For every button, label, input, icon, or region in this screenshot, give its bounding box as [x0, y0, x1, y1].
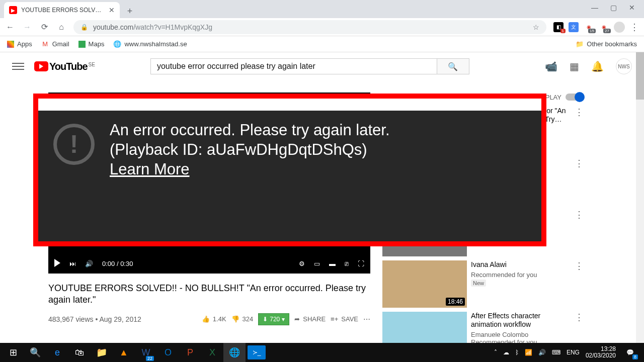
- create-video-icon[interactable]: 📹: [545, 60, 557, 72]
- more-actions-icon[interactable]: ⋯: [363, 315, 370, 323]
- learn-more-link[interactable]: Learn More: [110, 160, 190, 178]
- bookmarks-bar: Apps MGmail Maps 🌐www.nwshalmstad.se 📁Ot…: [0, 36, 644, 52]
- scrollbar[interactable]: [636, 52, 644, 343]
- volume-tray-icon[interactable]: 🔊: [538, 349, 546, 356]
- url-text: youtube.com/watch?v=H1MvpKqgXJg: [93, 23, 528, 31]
- extension-icons: ◧1 文 ◉15 ◉27 ⋮: [553, 22, 639, 33]
- settings-gear-icon[interactable]: ⚙: [299, 260, 305, 267]
- related-video[interactable]: 18:46 Ivana AlawiRecommended for youNew …: [382, 260, 584, 308]
- related-video[interactable]: 1:25:25 After Effects character animatio…: [382, 312, 584, 343]
- volume-icon[interactable]: 🔊: [85, 260, 93, 267]
- outlook-icon[interactable]: O: [157, 343, 179, 362]
- maximize-button[interactable]: ▢: [610, 4, 617, 12]
- windows-taskbar: ⊞ 🔍 e 🛍 📁 ▲ W22 O P X 🌐 ≻_ ˄ ☁ ᛒ 📶 🔊 ⌨ E…: [0, 343, 644, 362]
- wifi-icon[interactable]: 📶: [525, 349, 532, 356]
- item-menu-icon[interactable]: ⋮: [575, 158, 584, 169]
- miniplayer-icon[interactable]: ▭: [314, 260, 320, 267]
- error-exclamation-icon: !: [53, 124, 95, 165]
- system-tray: ˄ ☁ ᛒ 📶 🔊 ⌨ ENG 13:2802/03/2020 💬8: [494, 344, 642, 360]
- share-icon: ➦: [294, 315, 300, 323]
- onedrive-icon[interactable]: ☁: [503, 349, 509, 356]
- tab-title: YOUTUBE ERRORS SOLVED!! - N…: [21, 7, 105, 14]
- forward-button[interactable]: →: [22, 23, 32, 32]
- like-button[interactable]: 👍1.4K: [202, 315, 226, 323]
- download-button[interactable]: ⬇720 ▾: [258, 313, 289, 325]
- fullscreen-icon[interactable]: ⛶: [358, 260, 364, 267]
- youtube-play-icon: [34, 61, 48, 71]
- item-menu-icon[interactable]: ⋮: [575, 107, 584, 118]
- error-panel: ! An error occurred. Please try again la…: [38, 111, 541, 241]
- playlist-add-icon: ≡+: [331, 315, 338, 323]
- video-title: YOUTUBE ERRORS SOLVED!! - NO BULLSH!T "A…: [48, 283, 370, 306]
- share-button[interactable]: ➦SHARE: [294, 315, 326, 323]
- keyboard-icon[interactable]: ⌨: [552, 349, 560, 356]
- extension-icon[interactable]: ◧1: [553, 22, 564, 32]
- next-button[interactable]: ⏭: [69, 260, 76, 267]
- start-button[interactable]: ⊞: [2, 343, 24, 362]
- address-bar: ← → ⟳ ⌂ 🔒 youtube.com/watch?v=H1MvpKqgXJ…: [0, 18, 644, 36]
- item-menu-icon[interactable]: ⋮: [575, 209, 584, 220]
- tab-close-icon[interactable]: ✕: [109, 6, 115, 14]
- item-menu-icon[interactable]: ⋮: [575, 260, 584, 272]
- chrome-taskbar-icon[interactable]: 🌐: [223, 343, 246, 362]
- minimize-button[interactable]: —: [591, 4, 598, 12]
- word-icon[interactable]: W22: [135, 343, 157, 362]
- profile-avatar-icon[interactable]: [614, 22, 625, 33]
- video-metadata: 483,967 views • Aug 29, 2012 👍1.4K 👎324 …: [48, 313, 370, 325]
- home-button[interactable]: ⌂: [56, 23, 66, 32]
- item-menu-icon[interactable]: ⋮: [575, 312, 584, 323]
- excel-icon[interactable]: X: [201, 343, 223, 362]
- hamburger-menu-icon[interactable]: [12, 60, 24, 72]
- youtube-logo[interactable]: YouTube SE: [34, 61, 95, 72]
- apps-bookmark[interactable]: Apps: [7, 40, 32, 48]
- action-center-icon[interactable]: 💬8: [622, 344, 638, 360]
- other-bookmarks[interactable]: 📁Other bookmarks: [576, 40, 637, 48]
- maps-bookmark[interactable]: Maps: [78, 40, 105, 48]
- reload-button[interactable]: ⟳: [39, 22, 49, 32]
- gmail-bookmark[interactable]: MGmail: [41, 40, 69, 48]
- thumbs-up-icon: 👍: [202, 315, 210, 323]
- store-icon[interactable]: 🛍: [68, 343, 91, 362]
- translate-extension-icon[interactable]: 文: [569, 22, 579, 32]
- user-avatar[interactable]: NWS: [616, 58, 632, 74]
- cast-icon[interactable]: ⎚: [345, 260, 349, 267]
- player-controls: ⏭ 🔊 0:00 / 0:30 ⚙ ▭ ▬ ⎚ ⛶: [48, 253, 370, 274]
- vlc-icon[interactable]: ▲: [113, 343, 135, 362]
- search-taskbar-icon[interactable]: 🔍: [24, 343, 46, 362]
- url-input[interactable]: 🔒 youtube.com/watch?v=H1MvpKqgXJg ☆: [73, 20, 546, 34]
- powerpoint-icon[interactable]: P: [179, 343, 201, 362]
- theater-mode-icon[interactable]: ▬: [329, 260, 336, 267]
- app-icon[interactable]: ≻_: [248, 345, 266, 359]
- video-views-date: 483,967 views • Aug 29, 2012: [48, 315, 141, 323]
- extension-icon[interactable]: ◉27: [599, 22, 609, 32]
- scroll-thumb[interactable]: [636, 52, 644, 100]
- apps-grid-icon: [7, 41, 14, 48]
- notifications-bell-icon[interactable]: 🔔: [591, 60, 604, 72]
- save-button[interactable]: ≡+SAVE: [331, 315, 358, 323]
- apps-grid-icon[interactable]: ▦: [570, 60, 579, 72]
- lock-icon: 🔒: [80, 24, 88, 31]
- thumbs-down-icon: 👎: [231, 315, 239, 323]
- search-input[interactable]: [150, 58, 437, 74]
- search-button[interactable]: 🔍: [437, 58, 469, 74]
- new-tab-button[interactable]: +: [123, 4, 137, 18]
- browser-tab[interactable]: ▶ YOUTUBE ERRORS SOLVED!! - N… ✕: [4, 2, 120, 18]
- play-button[interactable]: [54, 259, 60, 268]
- globe-icon: 🌐: [113, 40, 121, 48]
- bluetooth-icon[interactable]: ᛒ: [515, 349, 519, 356]
- file-explorer-icon[interactable]: 📁: [91, 343, 113, 362]
- nws-bookmark[interactable]: 🌐www.nwshalmstad.se: [113, 40, 187, 48]
- dislike-button[interactable]: 👎324: [231, 315, 254, 323]
- browser-menu-icon[interactable]: ⋮: [630, 22, 639, 33]
- tray-chevron-icon[interactable]: ˄: [494, 349, 497, 356]
- bookmark-star-icon[interactable]: ☆: [533, 23, 539, 31]
- back-button[interactable]: ←: [5, 23, 15, 32]
- toggle-switch: [566, 94, 584, 101]
- language-indicator[interactable]: ENG: [567, 349, 580, 356]
- ie-icon[interactable]: e: [46, 343, 68, 362]
- youtube-favicon-icon: ▶: [9, 6, 17, 14]
- taskbar-clock[interactable]: 13:2802/03/2020: [586, 346, 616, 359]
- browser-tab-bar: ▶ YOUTUBE ERRORS SOLVED!! - N… ✕ +: [0, 0, 644, 18]
- close-window-button[interactable]: ✕: [629, 4, 635, 12]
- extension-icon[interactable]: ◉15: [584, 22, 594, 32]
